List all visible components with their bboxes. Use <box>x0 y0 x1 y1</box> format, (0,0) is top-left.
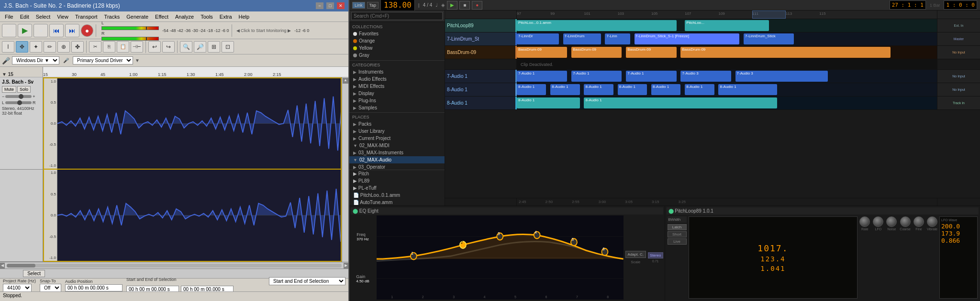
file-pletuff[interactable]: ▶ PL-eTuff <box>349 184 445 192</box>
stop-button[interactable]: ■ <box>33 24 48 37</box>
fine-knob[interactable] <box>913 216 924 227</box>
menu-transport[interactable]: Transport <box>72 13 100 20</box>
play-button[interactable]: ▶ <box>18 24 32 37</box>
undo-tool[interactable]: ↩ <box>148 41 161 53</box>
file-pitch[interactable]: ▶ Pitch <box>349 170 445 177</box>
scrollbar-thumb[interactable] <box>7 264 35 268</box>
linndrum-clip1[interactable]: 7-LinnDr <box>517 33 559 44</box>
pitchloop-clip2[interactable]: PitchLoo... <box>685 20 769 31</box>
bassdrum-clip3[interactable]: BassDrum-09 <box>626 47 676 58</box>
audio-pos-input[interactable] <box>65 284 122 291</box>
8audio1-c5[interactable]: 8-Audio 1 <box>651 84 680 95</box>
collection-orange[interactable]: Orange <box>349 37 445 44</box>
7audio1-clip1[interactable]: 7-Audio 1 <box>517 71 567 82</box>
pan-slider[interactable] <box>5 101 32 104</box>
zoom-fit-tool[interactable]: ⊞ <box>208 41 220 53</box>
cat-audio-effects[interactable]: ▶Audio Effects <box>349 75 445 83</box>
7audio1-clip3[interactable]: 7-Audio 1 <box>626 71 676 82</box>
coarse-knob[interactable] <box>900 216 911 227</box>
7audio1-clip2[interactable]: 7-Audio 1 <box>571 71 622 82</box>
zoom-tool[interactable]: ⊕ <box>57 41 70 53</box>
play-btn[interactable]: ▶ <box>447 1 457 10</box>
copy-tool[interactable]: ⎘ <box>103 41 115 53</box>
place-packs[interactable]: ▶Packs <box>349 120 445 128</box>
latch-btn[interactable]: Latch <box>668 224 687 230</box>
place-max-midi[interactable]: ▼02_MAX-MIDI <box>349 142 445 149</box>
output-device-select[interactable]: Primary Sound Driver <box>73 56 133 64</box>
select-button[interactable]: Select <box>23 270 45 277</box>
draw-tool[interactable]: ✏ <box>44 41 56 53</box>
pitchloop-clip1[interactable]: PitchLoo...0.1.amm <box>517 20 677 31</box>
cat-instruments[interactable]: ▶Instruments <box>349 68 445 75</box>
collection-yellow[interactable]: Yellow <box>349 44 445 52</box>
zoom-out-tool[interactable]: 🔎 <box>194 41 206 53</box>
scrollbar-track[interactable] <box>7 264 342 268</box>
menu-edit[interactable]: Edit <box>17 13 32 20</box>
vibrate-knob[interactable] <box>927 216 937 227</box>
8audio1-c4[interactable]: 8-Audio 1 <box>618 84 647 95</box>
menu-select[interactable]: Select <box>33 13 54 20</box>
select-tool[interactable]: ✥ <box>16 41 28 53</box>
input-device-select[interactable]: Windows Dir ▼ <box>12 56 59 64</box>
zoom-in-tool[interactable]: 🔍 <box>180 41 192 53</box>
snap-to-select[interactable]: Off <box>40 284 61 292</box>
browser-search-input[interactable] <box>351 12 443 20</box>
place-user-lib[interactable]: ▶User Library <box>349 128 445 135</box>
horizontal-scrollbar[interactable]: ◀ ▶ <box>0 262 348 269</box>
linndrum-clip3[interactable]: 7-Linn <box>605 33 630 44</box>
cat-display[interactable]: ▶Display <box>349 90 445 97</box>
vertical-scrollbar[interactable]: ▲ <box>342 77 348 262</box>
menu-analyze[interactable]: Analyze <box>172 13 197 20</box>
project-rate-select[interactable]: 44100 <box>3 284 32 292</box>
collection-gray[interactable]: Gray <box>349 52 445 59</box>
pause-button[interactable]: ⏸ <box>2 24 16 37</box>
7audio1-clip4[interactable]: 7-Audio 3 <box>680 71 731 82</box>
link-btn[interactable]: Link <box>352 2 365 9</box>
8audio1-c6[interactable]: 8-Audio 1 <box>685 84 714 95</box>
eq-graph[interactable]: 1 2 3 4 5 6 12345678 <box>377 215 624 300</box>
cut-tool[interactable]: ✂ <box>89 41 101 53</box>
lfo-knob[interactable] <box>873 216 883 227</box>
place-max-instruments[interactable]: ▶03_MAX-Instruments <box>349 149 445 156</box>
menu-help[interactable]: Help <box>236 13 253 20</box>
file-autotune[interactable]: 📄 AutoTune.amm <box>349 199 445 205</box>
8audio1-c7[interactable]: 8-Audio 1 <box>718 84 777 95</box>
minimize-btn[interactable]: − <box>316 2 323 9</box>
place-max-audio[interactable]: ▼02_MAX-Audio <box>349 156 445 163</box>
redo-tool[interactable]: ↪ <box>162 41 175 53</box>
record-button[interactable]: ● <box>81 24 93 37</box>
trim-tool[interactable]: ⊣⊢ <box>131 41 143 53</box>
stereo-btn[interactable]: Stereo <box>648 252 663 258</box>
bassdrum-clip2[interactable]: BassDrum-09 <box>571 47 622 58</box>
menu-tracks[interactable]: Tracks <box>101 13 123 20</box>
menu-effect[interactable]: Effect <box>152 13 171 20</box>
mute-button[interactable]: Mute <box>2 86 16 93</box>
8audio1b-c2[interactable]: 8-Audio 1 <box>584 97 777 108</box>
forward-button[interactable]: ⏭ <box>65 24 79 37</box>
record-btn[interactable]: ● <box>472 1 482 10</box>
file-pl89[interactable]: ▶ PL89 <box>349 177 445 184</box>
multi-tool[interactable]: ✤ <box>71 41 84 53</box>
menu-generate[interactable]: Generate <box>123 13 151 20</box>
paste-tool[interactable]: 📋 <box>117 41 129 53</box>
cat-midi-effects[interactable]: ▶MIDI Effects <box>349 83 445 90</box>
zoom-sel-tool[interactable]: ⊡ <box>222 41 234 53</box>
bpm-display[interactable]: 138.00 <box>380 0 415 11</box>
tap-btn[interactable]: Tap <box>367 2 379 9</box>
8audio1-c1[interactable]: 8-Audio 1 <box>517 84 546 95</box>
bassdrum-clip4[interactable]: BassDrum-09 <box>680 47 891 58</box>
maximize-btn[interactable]: □ <box>326 2 334 9</box>
rewind-button[interactable]: ⏮ <box>49 24 64 37</box>
file-pitchloop[interactable]: 📄 PitchLoo..0.1.amm <box>349 192 445 199</box>
linndrum-clip2[interactable]: 7-LinnDrum <box>563 33 601 44</box>
adapt-btn[interactable]: Adapt. C. <box>625 251 646 258</box>
linndrum-clip5[interactable]: 7-LinnDrum_Stick <box>744 33 794 44</box>
stop-btn[interactable]: ■ <box>459 1 470 10</box>
cat-plugins[interactable]: ▶Plug-Ins <box>349 97 445 104</box>
solo-button[interactable]: Solo <box>17 86 31 93</box>
cat-samples[interactable]: ▶Samples <box>349 104 445 111</box>
close-btn[interactable]: ✕ <box>337 2 345 9</box>
place-current[interactable]: ▶Current Project <box>349 135 445 142</box>
collection-favorites[interactable]: Favorites <box>349 30 445 37</box>
menu-extra[interactable]: Extra <box>217 13 235 20</box>
